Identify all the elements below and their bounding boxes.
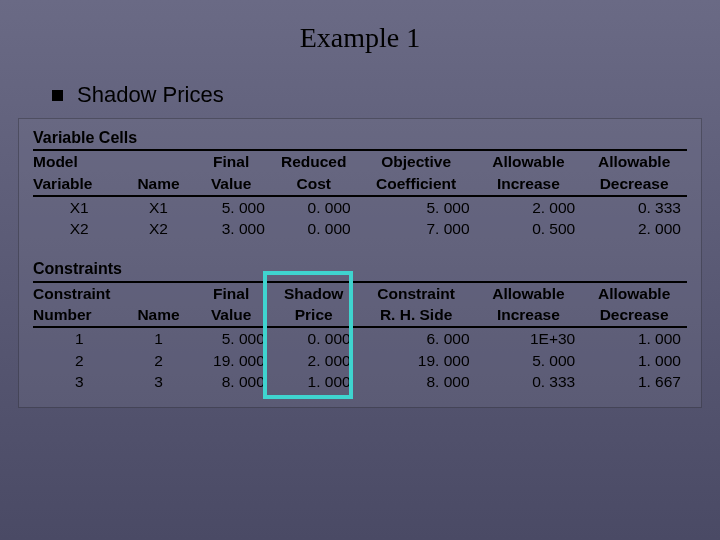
col-header: Shadow <box>271 282 357 305</box>
table-row: X2 X2 3. 000 0. 000 7. 000 0. 500 2. 000 <box>33 218 687 240</box>
col-header: Final <box>192 150 271 173</box>
col-header: Decrease <box>581 173 687 196</box>
cell: 19. 000 <box>192 350 271 372</box>
col-header: Constraint <box>33 282 125 305</box>
cell: 2 <box>33 350 125 372</box>
cell: 0. 500 <box>476 218 582 240</box>
cell: 1. 667 <box>581 371 687 393</box>
col-header: Price <box>271 304 357 327</box>
cell: 5. 000 <box>357 196 476 219</box>
col-header: Coefficient <box>357 173 476 196</box>
col-header: Value <box>192 173 271 196</box>
col-header: Allowable <box>581 282 687 305</box>
cell: 5. 000 <box>192 327 271 350</box>
cell: 2. 000 <box>581 218 687 240</box>
bullet-icon <box>52 90 63 101</box>
col-header: Value <box>192 304 271 327</box>
cell: 5. 000 <box>192 196 271 219</box>
col-header: Cost <box>271 173 357 196</box>
section-constraints: Constraints <box>33 258 687 280</box>
col-header: Name <box>125 173 191 196</box>
col-header: Name <box>125 304 191 327</box>
variable-cells-table: Model Final Reduced Objective Allowable … <box>33 149 687 240</box>
cell: 0. 000 <box>271 196 357 219</box>
cell: 3 <box>125 371 191 393</box>
col-header: Reduced <box>271 150 357 173</box>
col-header: Final <box>192 282 271 305</box>
section-variable-cells: Variable Cells <box>33 127 687 149</box>
col-header <box>125 150 191 173</box>
cell: 8. 000 <box>357 371 476 393</box>
cell: 8. 000 <box>192 371 271 393</box>
cell: 2 <box>125 350 191 372</box>
col-header <box>125 282 191 305</box>
cell: 3. 000 <box>192 218 271 240</box>
constraints-table: Constraint Final Shadow Constraint Allow… <box>33 281 687 393</box>
table-row: 2 2 19. 000 2. 000 19. 000 5. 000 1. 000 <box>33 350 687 372</box>
cell: 5. 000 <box>476 350 582 372</box>
subtitle: Shadow Prices <box>77 82 224 108</box>
cell: 1. 000 <box>581 327 687 350</box>
cell: X2 <box>33 218 125 240</box>
col-header: Allowable <box>581 150 687 173</box>
cell: X1 <box>33 196 125 219</box>
cell: 3 <box>33 371 125 393</box>
cell: X2 <box>125 218 191 240</box>
cell: 0. 333 <box>476 371 582 393</box>
col-header: R. H. Side <box>357 304 476 327</box>
table-row: 1 1 5. 000 0. 000 6. 000 1E+30 1. 000 <box>33 327 687 350</box>
cell: 2. 000 <box>476 196 582 219</box>
table-row: 3 3 8. 000 1. 000 8. 000 0. 333 1. 667 <box>33 371 687 393</box>
cell: 1 <box>125 327 191 350</box>
col-header: Allowable <box>476 150 582 173</box>
col-header: Model <box>33 150 125 173</box>
cell: 7. 000 <box>357 218 476 240</box>
col-header: Variable <box>33 173 125 196</box>
cell: X1 <box>125 196 191 219</box>
col-header: Objective <box>357 150 476 173</box>
cell: 1 <box>33 327 125 350</box>
report-panel: Variable Cells Model Final Reduced Objec… <box>18 118 702 408</box>
cell: 0. 333 <box>581 196 687 219</box>
col-header: Constraint <box>357 282 476 305</box>
cell: 2. 000 <box>271 350 357 372</box>
cell: 1. 000 <box>581 350 687 372</box>
subtitle-row: Shadow Prices <box>52 82 720 108</box>
col-header: Decrease <box>581 304 687 327</box>
cell: 19. 000 <box>357 350 476 372</box>
slide-title: Example 1 <box>0 0 720 54</box>
cell: 1. 000 <box>271 371 357 393</box>
cell: 0. 000 <box>271 327 357 350</box>
cell: 0. 000 <box>271 218 357 240</box>
col-header: Increase <box>476 304 582 327</box>
col-header: Allowable <box>476 282 582 305</box>
col-header: Increase <box>476 173 582 196</box>
table-row: X1 X1 5. 000 0. 000 5. 000 2. 000 0. 333 <box>33 196 687 219</box>
cell: 1E+30 <box>476 327 582 350</box>
cell: 6. 000 <box>357 327 476 350</box>
col-header: Number <box>33 304 125 327</box>
